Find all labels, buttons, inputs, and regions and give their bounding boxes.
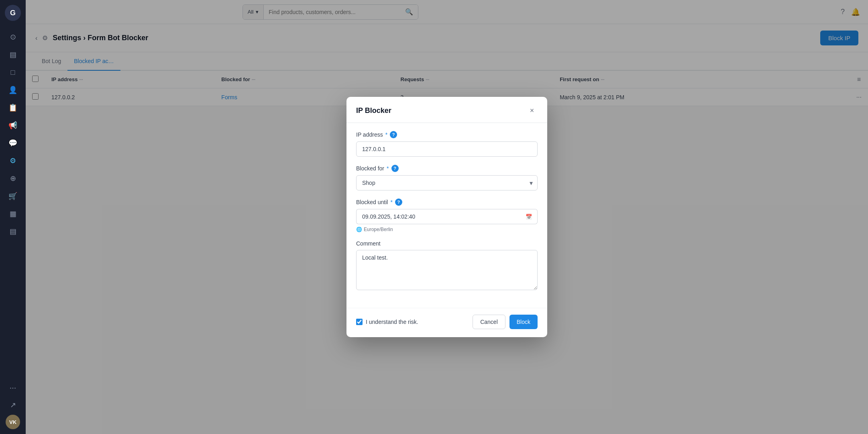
sidebar-item-customers[interactable]: 👤 [5,82,21,98]
blocked-for-label: Blocked for * ? [356,165,538,172]
sidebar-item-shop[interactable]: 🛒 [5,188,21,204]
sidebar: G ⊙ ▤ □ 👤 📋 📢 💬 ⚙ ⊕ 🛒 ▦ ▤ ··· ↗ VK [0,0,26,434]
sidebar-more[interactable]: ··· [10,383,16,392]
until-required-mark: * [390,199,392,205]
sidebar-item-support[interactable]: 💬 [5,135,21,151]
comment-textarea[interactable]: Local test. [356,250,538,290]
sidebar-item-expand[interactable]: ↗ [5,397,21,413]
modal-body: IP address * ? Blocked for * ? [346,123,547,308]
risk-checkbox[interactable] [356,319,363,325]
risk-checkbox-label[interactable]: I understand the risk. [356,319,418,325]
sidebar-item-analytics[interactable]: ▤ [5,223,21,240]
ip-help-icon[interactable]: ? [390,131,397,138]
until-help-icon[interactable]: ? [395,199,402,206]
sidebar-item-dashboard[interactable]: ⊙ [5,29,21,45]
timezone-hint: 🌐 Europe/Berlin [356,227,538,232]
blocked-until-group: Blocked until * ? 📅 🌐 Europe/Berlin [356,199,538,232]
sidebar-item-orders[interactable]: ▤ [5,47,21,63]
ip-required-mark: * [385,131,387,138]
comment-group: Comment Local test. [356,240,538,292]
app-logo[interactable]: G [5,5,21,21]
cancel-button[interactable]: Cancel [473,315,505,329]
ip-address-label: IP address * ? [356,131,538,138]
risk-label-text: I understand the risk. [366,319,418,325]
timezone-label: Europe/Berlin [364,227,393,232]
comment-label: Comment [356,240,538,247]
sidebar-item-campaigns[interactable]: 📢 [5,117,21,133]
modal-title: IP Blocker [356,106,391,115]
blocked-for-group: Blocked for * ? Shop Forms All ▾ [356,165,538,190]
modal-header: IP Blocker × [346,97,547,123]
blocked-for-select-wrapper: Shop Forms All ▾ [356,175,538,190]
sidebar-item-reports[interactable]: ▦ [5,206,21,222]
sidebar-item-products[interactable]: □ [5,64,21,80]
ip-address-input[interactable] [356,141,538,157]
modal-overlay: IP Blocker × IP address * ? Blocked for [26,0,868,434]
ip-blocker-modal: IP Blocker × IP address * ? Blocked for [346,97,547,337]
main-content: All ▾ 🔍 ? 🔔 ‹ ⚙ Settings › Form Bot Bloc… [26,0,868,434]
footer-buttons: Cancel Block [473,315,538,329]
blocked-required-mark: * [387,165,389,172]
modal-close-button[interactable]: × [526,105,538,116]
sidebar-item-add[interactable]: ⊕ [5,170,21,186]
date-wrapper: 📅 [356,209,538,224]
globe-icon: 🌐 [356,227,362,232]
modal-footer: I understand the risk. Cancel Block [346,308,547,337]
blocked-until-label: Blocked until * ? [356,199,538,206]
date-input[interactable] [356,209,521,224]
calendar-icon-button[interactable]: 📅 [521,209,538,224]
avatar[interactable]: VK [6,415,20,429]
blocked-for-select[interactable]: Shop Forms All [356,175,538,190]
blocked-help-icon[interactable]: ? [391,165,399,172]
block-button[interactable]: Block [509,315,538,329]
ip-address-group: IP address * ? [356,131,538,157]
sidebar-item-settings[interactable]: ⚙ [5,153,21,169]
sidebar-item-clipboard[interactable]: 📋 [5,100,21,116]
